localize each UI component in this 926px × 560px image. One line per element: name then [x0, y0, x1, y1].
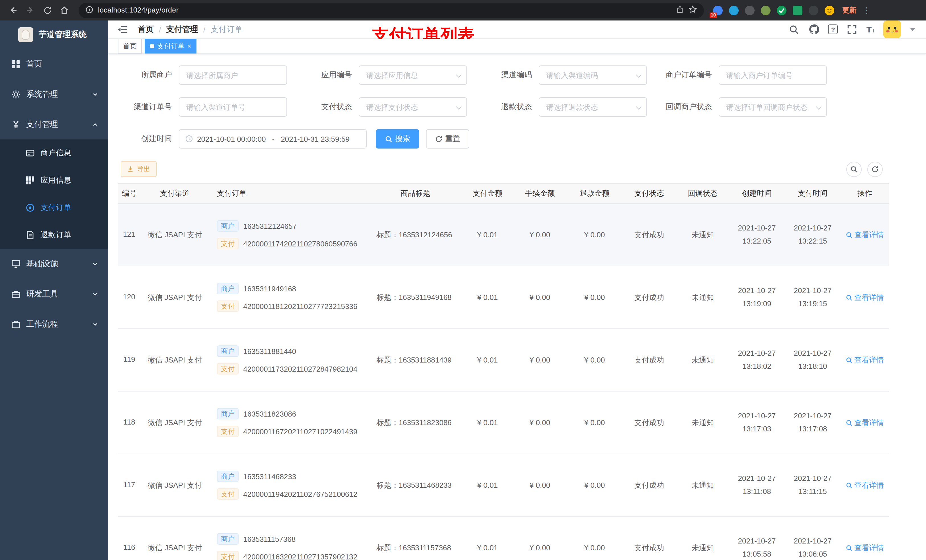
cell-fee: ¥ 0.00 — [513, 293, 567, 302]
chevron-up-icon — [92, 122, 98, 127]
cell-pay-time: 2021-10-2713:06:05 — [785, 535, 841, 560]
bookmark-star-icon[interactable] — [688, 5, 697, 15]
reset-button[interactable]: 重置 — [426, 129, 469, 148]
gear-icon — [11, 90, 21, 99]
caret-down-icon[interactable] — [909, 26, 916, 32]
reload-icon[interactable] — [40, 3, 54, 18]
merchant-tag: 商户 — [217, 533, 239, 545]
extension-icon-2[interactable] — [729, 5, 738, 15]
address-bar[interactable]: localhost:1024/pay/order — [79, 3, 704, 18]
cell-pay-time: 2021-10-2713:22:15 — [785, 222, 841, 247]
sidebar-item-app-info[interactable]: 应用信息 — [0, 167, 108, 194]
refresh-icon — [872, 165, 879, 173]
view-detail-link[interactable]: 查看详情 — [846, 355, 884, 365]
notify-status-select[interactable] — [719, 97, 827, 117]
extension-check-icon[interactable] — [777, 5, 787, 15]
tab-pay-order[interactable]: 支付订单 × — [145, 39, 197, 53]
create-time-range-picker[interactable]: 2021-10-01 00:00:00 - 2021-10-31 23:59:5… — [179, 129, 367, 148]
merchant-select[interactable] — [179, 65, 287, 85]
table-row: 117 微信 JSAPI 支付 商户1635311468233 支付420000… — [118, 454, 889, 517]
cell-amount: ¥ 0.01 — [462, 481, 513, 489]
pay-status-select[interactable] — [359, 97, 467, 117]
cell-create-time: 2021-10-2713:05:58 — [729, 535, 785, 560]
back-icon[interactable] — [6, 3, 21, 18]
cell-status: 支付成功 — [622, 480, 676, 490]
chevron-down-icon — [92, 261, 98, 267]
export-button[interactable]: 导出 — [121, 161, 157, 177]
date-separator: - — [270, 134, 277, 143]
tab-home[interactable]: 首页 — [118, 39, 142, 53]
view-detail-link[interactable]: 查看详情 — [846, 417, 884, 428]
breadcrumb-home[interactable]: 首页 — [138, 24, 154, 35]
browser-update-button[interactable]: 更新 — [842, 5, 856, 15]
col-create-time: 创建时间 — [729, 189, 785, 199]
user-avatar[interactable] — [883, 21, 901, 38]
extensions-puzzle-icon[interactable] — [809, 5, 819, 15]
pay-no: 4200001181202110277723215336 — [243, 302, 357, 311]
col-pay-time: 支付时间 — [785, 189, 841, 199]
view-detail-link[interactable]: 查看详情 — [846, 543, 884, 553]
profile-emoji-icon[interactable] — [825, 5, 834, 15]
browser-menu-icon[interactable]: ⋮ — [862, 6, 870, 15]
sidebar-item-pay-order[interactable]: 支付订单 — [0, 194, 108, 221]
col-fee: 手续金额 — [513, 189, 567, 199]
extension-icon-1[interactable]: 10 — [713, 5, 723, 15]
sidebar-item-refund-order[interactable]: 退款订单 — [0, 221, 108, 249]
sidebar-item-infra[interactable]: 基础设施 — [0, 249, 108, 279]
refund-status-select[interactable] — [539, 97, 647, 117]
col-actions: 操作 — [841, 189, 889, 199]
date-start: 2021-10-01 00:00:00 — [197, 134, 266, 143]
share-icon[interactable] — [676, 5, 684, 15]
download-icon — [127, 166, 134, 172]
browser-toolbar: localhost:1024/pay/order 10 更新 — [0, 0, 926, 21]
extension-icon-3[interactable] — [745, 5, 755, 15]
table-row: 116 微信 JSAPI 支付 商户1635311157368 支付420000… — [118, 517, 889, 560]
channel-code-select[interactable] — [539, 65, 647, 85]
view-detail-link[interactable]: 查看详情 — [846, 229, 884, 240]
sidebar-item-label: 首页 — [26, 59, 98, 69]
view-detail-link[interactable]: 查看详情 — [846, 292, 884, 302]
github-icon[interactable] — [808, 24, 820, 35]
home-icon[interactable] — [57, 3, 72, 18]
sidebar-item-home[interactable]: 首页 — [0, 49, 108, 79]
cell-fee: ¥ 0.00 — [513, 231, 567, 239]
forward-icon[interactable] — [23, 3, 38, 18]
merchant-order-no-input[interactable] — [719, 65, 827, 85]
search-icon[interactable] — [788, 24, 800, 35]
col-order: 支付订单 — [209, 189, 368, 199]
app-logo[interactable]: 芋道管理系统 — [0, 21, 108, 49]
extension-icon-6[interactable] — [793, 5, 802, 15]
app-select[interactable] — [359, 65, 467, 85]
merchant-tag: 商户 — [217, 408, 239, 420]
cell-title: 标题：1635311823086 — [368, 417, 462, 428]
sidebar-item-devtools[interactable]: 研发工具 — [0, 279, 108, 309]
sidebar-item-payment[interactable]: 支付管理 — [0, 109, 108, 139]
sidebar-item-workflow[interactable]: 工作流程 — [0, 309, 108, 339]
filter-label: 所属商户 — [122, 70, 179, 80]
search-button[interactable]: 搜索 — [376, 129, 419, 148]
magnifier-icon — [846, 482, 853, 489]
show-search-button[interactable] — [846, 162, 862, 177]
active-dot — [150, 44, 154, 48]
site-info-icon[interactable] — [85, 5, 94, 15]
refresh-table-button[interactable] — [867, 162, 883, 177]
tab-close-icon[interactable]: × — [188, 43, 191, 50]
col-status: 支付状态 — [622, 189, 676, 199]
sidebar-item-merchant-info[interactable]: 商户信息 — [0, 139, 108, 167]
cell-refund: ¥ 0.00 — [567, 418, 622, 427]
channel-order-no-input[interactable] — [179, 97, 287, 117]
sidebar-item-system[interactable]: 系统管理 — [0, 79, 108, 109]
fullscreen-icon[interactable] — [847, 24, 858, 35]
filter-label: 创建时间 — [122, 134, 179, 144]
cell-refund: ¥ 0.00 — [567, 543, 622, 552]
hamburger-icon[interactable] — [116, 23, 129, 36]
breadcrumb-section[interactable]: 支付管理 — [166, 24, 198, 35]
extension-icon-4[interactable] — [761, 5, 770, 15]
cell-notify: 未通知 — [676, 292, 729, 302]
fontsize-icon[interactable]: TT — [867, 25, 875, 33]
cell-fee: ¥ 0.00 — [513, 481, 567, 489]
sidebar-item-label: 系统管理 — [26, 89, 86, 99]
docs-icon[interactable]: ? — [828, 24, 838, 34]
view-detail-link[interactable]: 查看详情 — [846, 480, 884, 490]
cell-pay-time: 2021-10-2713:11:15 — [785, 472, 841, 498]
